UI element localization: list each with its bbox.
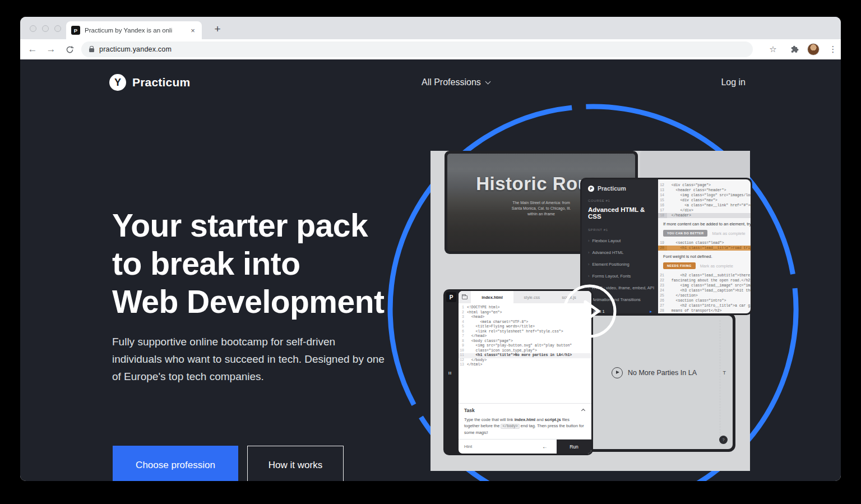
- lock-icon: [89, 48, 94, 52]
- favicon-icon: P: [71, 26, 80, 35]
- brand-name: Practicum: [132, 76, 190, 89]
- login-link[interactable]: Log in: [721, 77, 746, 87]
- nav-all-professions[interactable]: All Professions: [422, 77, 490, 87]
- review-note: Font weight is not defined.: [658, 251, 751, 261]
- subtitle-line-1: Fully supportive online bootcamp for sel…: [112, 333, 385, 350]
- back-step-icon[interactable]: ←: [542, 443, 548, 450]
- lesson-item: ›Advanced HTML: [588, 250, 652, 255]
- task-header[interactable]: Task: [464, 408, 586, 413]
- reload-glyph: [66, 45, 74, 54]
- run-button[interactable]: Run: [557, 440, 591, 454]
- avatar-image: [807, 43, 820, 56]
- how-it-works-button[interactable]: How it works: [247, 446, 344, 481]
- back-icon[interactable]: ←: [25, 39, 40, 59]
- browser-tab[interactable]: P Practicum by Yandex is an onli ×: [66, 21, 202, 39]
- tab-strip: P Practicum by Yandex is an onli × +: [20, 17, 841, 39]
- lesson-review-panel: 12 <div class="page"> 13 <header class="…: [658, 179, 751, 313]
- hero-line-1: Your starter pack: [112, 206, 385, 244]
- close-tab-icon[interactable]: ×: [188, 26, 197, 35]
- practicum-brand[interactable]: Y Practicum: [109, 74, 190, 91]
- browser-window: P Practicum by Yandex is an onli × + ← →…: [20, 17, 841, 481]
- chevron-down-icon: [485, 78, 490, 84]
- course-label: COURSE #1: [588, 199, 652, 202]
- traffic-light-minimize[interactable]: [42, 25, 49, 32]
- practicum-logo-icon: Y: [109, 74, 126, 91]
- needs-fixing-button[interactable]: NEEDS FIXING: [663, 262, 696, 269]
- chevron-up-icon: [581, 408, 585, 412]
- lesson-item: ›Element Positioning: [588, 262, 652, 267]
- highlighted-editor-line: 11 <h1 class="title">No more parties in …: [459, 353, 591, 358]
- browser-menu-icon[interactable]: ⋮: [825, 39, 841, 59]
- review-actions: NEEDS FIXING Mark as complete: [658, 261, 751, 273]
- highlighted-code-line: 18 </header>: [658, 213, 751, 218]
- folder-icon: [462, 295, 467, 299]
- text-cursor-glyph: T: [723, 370, 726, 376]
- you-can-do-better-button[interactable]: YOU CAN DO BETTER: [663, 230, 707, 237]
- site-header: Y Practicum All Professions Log in: [109, 72, 746, 93]
- sidebar-handle-icon: II: [448, 371, 452, 376]
- preview-divider: [720, 320, 720, 445]
- video-play-button[interactable]: [559, 280, 621, 344]
- browser-toolbar: ← → practicum.yandex.com ☆ ⋮: [20, 39, 841, 59]
- editor-footer: Hint ← Run: [459, 439, 591, 454]
- lesson-brand: P Practicum: [588, 185, 652, 192]
- traffic-light-close[interactable]: [30, 25, 36, 32]
- play-icon: [559, 280, 621, 342]
- blue-arrow-icon: ▸: [650, 309, 652, 313]
- tab-style-css[interactable]: style.css: [513, 291, 550, 303]
- hero-line-3: Web Development: [112, 283, 385, 321]
- cta-row: Choose profession How it works: [113, 446, 344, 481]
- screenshot-stage: P Practicum by Yandex is an onli × + ← →…: [0, 0, 861, 504]
- url-text: practicum.yandex.com: [99, 45, 172, 53]
- extensions-puzzle-icon[interactable]: [787, 39, 803, 59]
- highlighted-code-line-orange: 20 <h1 class="lead__title">road trip…: [658, 246, 751, 251]
- practicum-mini-logo-icon: P: [588, 186, 594, 192]
- hero-title: Your starter pack to break into Web Deve…: [112, 206, 385, 321]
- new-tab-button[interactable]: +: [210, 21, 225, 37]
- lesson-item: ›Flexbox Layout: [588, 238, 652, 243]
- preview-title: No More Parties In LA: [628, 369, 697, 377]
- lesson-item: ›Forms Layout, Fonts: [588, 274, 652, 279]
- tab-title: Practicum by Yandex is an onli: [85, 27, 188, 34]
- subtitle-line-2: individuals who want to succeed in tech.…: [112, 350, 385, 368]
- forward-icon[interactable]: →: [43, 39, 59, 59]
- editor-logo-icon: P: [446, 292, 456, 302]
- review-actions: YOU CAN DO BETTER Mark as complete: [658, 229, 751, 241]
- small-play-icon: [612, 367, 623, 378]
- traffic-light-zoom[interactable]: [54, 25, 61, 32]
- subtitle-line-3: of Europe's top tech companies.: [112, 368, 385, 385]
- profile-avatar[interactable]: [805, 39, 822, 59]
- task-panel: Task Type the code that will link index.…: [459, 403, 591, 439]
- background-card: [640, 151, 750, 179]
- sprint-label: SPRINT #1: [588, 228, 652, 232]
- bookmark-star-icon[interactable]: ☆: [765, 39, 781, 59]
- tab-index-html[interactable]: index.html: [471, 291, 513, 303]
- address-bar[interactable]: practicum.yandex.com: [81, 41, 753, 57]
- folder-icon-cell: [459, 291, 471, 303]
- product-collage: Historic Route The Main Street of Americ…: [430, 151, 750, 471]
- mark-as-complete-link[interactable]: Mark as complete: [712, 231, 745, 236]
- mark-as-complete-link[interactable]: Mark as complete: [700, 263, 733, 269]
- review-note: If more content can be added to an eleme…: [658, 218, 751, 229]
- hero-line-2: to break into: [112, 244, 385, 283]
- task-text: Type the code that will link index.html …: [464, 417, 586, 436]
- reload-icon[interactable]: [62, 39, 77, 59]
- code-chip: </body>: [501, 424, 519, 429]
- course-title: Advanced HTML & CSS: [588, 206, 652, 220]
- preview-content: No More Parties In LA: [612, 367, 697, 378]
- hero-subtitle: Fully supportive online bootcamp for sel…: [112, 333, 385, 385]
- help-badge: ?: [719, 436, 728, 444]
- nav-label: All Professions: [422, 77, 481, 87]
- page-content: Y Practicum All Professions Log in Your …: [20, 59, 841, 481]
- choose-profession-button[interactable]: Choose profession: [113, 446, 238, 481]
- hint-link[interactable]: Hint: [464, 444, 472, 449]
- task-title: Task: [464, 408, 475, 413]
